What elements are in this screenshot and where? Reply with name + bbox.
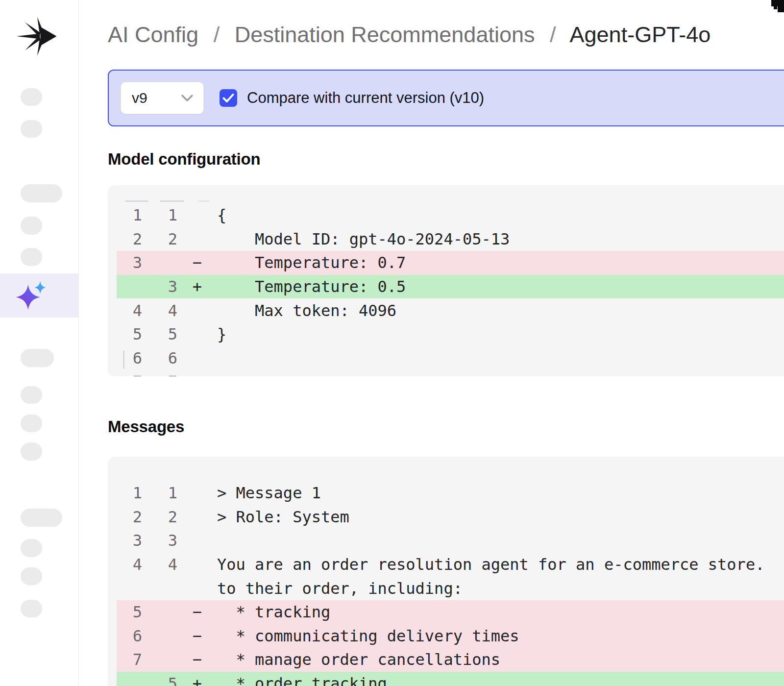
diff-row: to their order, including: xyxy=(117,576,784,600)
code-text: > Role: System xyxy=(217,508,349,526)
sidebar-skeleton-item xyxy=(21,217,42,235)
old-line-number: 6 xyxy=(117,349,142,368)
compare-checkbox-label: Compare with current version (v10) xyxy=(247,89,484,107)
diff-sign: − xyxy=(177,603,217,621)
new-line-number: 1 xyxy=(142,484,177,502)
code-text: Model ID: gpt-4o-2024-05-13 xyxy=(217,230,510,248)
new-line-number: 3 xyxy=(142,277,177,296)
new-line-number: 4 xyxy=(142,301,177,320)
diff-row: 66 xyxy=(117,346,784,370)
old-line-number: 4 xyxy=(117,555,142,574)
code-text: > Message 1 xyxy=(217,484,321,502)
new-line-number: 5 xyxy=(142,325,177,343)
clipped-line-dash xyxy=(160,200,184,202)
sidebar-skeleton-item xyxy=(21,509,62,527)
diff-row: 33 xyxy=(117,529,784,553)
diff-sign: + xyxy=(177,277,217,296)
old-line-number: 7 xyxy=(117,372,142,376)
diff-row: 55} xyxy=(117,322,784,346)
new-line-number: 5 xyxy=(142,674,177,686)
diff-row: 6− * communicating delivery times xyxy=(117,624,784,648)
version-compare-banner: v9 Compare with current version (v10) xyxy=(108,70,784,126)
sidebar-divider xyxy=(78,0,79,686)
diff-row xyxy=(117,191,784,203)
sidebar-skeleton-item xyxy=(21,386,42,404)
breadcrumb-separator: / xyxy=(214,22,220,47)
compare-checkbox[interactable] xyxy=(220,89,237,107)
sidebar-skeleton-item xyxy=(21,539,42,557)
new-line-number: 2 xyxy=(142,508,177,526)
messages-diff-block: 11> Message 122> Role: System3344You are… xyxy=(108,457,784,686)
sidebar-skeleton-item xyxy=(21,248,42,266)
old-line-number: 7 xyxy=(117,650,142,669)
scrollbar-thumb[interactable] xyxy=(123,350,124,369)
code-text: * tracking xyxy=(217,603,330,621)
diff-row: 11> Message 1 xyxy=(117,481,784,505)
diff-row: 5+ * order tracking xyxy=(117,672,784,686)
sidebar-skeleton-item xyxy=(21,442,42,461)
code-text: * manage order cancellations xyxy=(217,650,500,669)
new-line-number: 3 xyxy=(142,531,177,550)
sidebar-skeleton-item xyxy=(21,88,42,106)
old-line-number: 1 xyxy=(117,206,142,224)
sidebar xyxy=(0,0,78,686)
old-line-number: 3 xyxy=(117,531,142,550)
pixel-corner-top-right xyxy=(771,0,784,6)
old-line-number: 6 xyxy=(117,627,142,645)
code-text: Temperature: 0.5 xyxy=(217,277,406,296)
breadcrumb-separator: / xyxy=(550,22,556,47)
diff-row: 44You are an order resolution agent for … xyxy=(117,553,784,577)
version-select[interactable]: v9 xyxy=(121,82,204,114)
diff-row: 3+ Temperature: 0.5 xyxy=(117,275,784,299)
code-text: to their order, including: xyxy=(217,579,463,598)
breadcrumb-ai-config[interactable]: AI Config xyxy=(108,22,198,47)
breadcrumb-current-variation: Agent-GPT-4o xyxy=(570,22,711,47)
diff-sign: − xyxy=(177,650,217,669)
sidebar-skeleton-item xyxy=(21,184,62,202)
diff-row: 11{ xyxy=(117,203,784,227)
old-line-number: 4 xyxy=(117,301,142,320)
launchdarkly-arrow-icon[interactable] xyxy=(14,14,61,59)
diff-row: 77 xyxy=(117,370,784,376)
old-line-number: 5 xyxy=(117,603,142,621)
sidebar-skeleton-item xyxy=(21,600,42,617)
diff-row: 44 Max token: 4096 xyxy=(117,298,784,322)
old-line-number: 1 xyxy=(117,484,142,502)
code-text: Max token: 4096 xyxy=(217,301,396,320)
model-diff-block: 11{22 Model ID: gpt-4o-2024-05-133− Temp… xyxy=(108,185,784,376)
code-text: { xyxy=(217,206,226,224)
code-text: Temperature: 0.7 xyxy=(217,253,406,272)
code-text: * communicating delivery times xyxy=(217,627,519,645)
breadcrumb-config-name[interactable]: Destination Recommendations xyxy=(235,22,535,47)
code-text: * order tracking xyxy=(217,674,387,686)
version-select-value: v9 xyxy=(132,90,181,106)
diff-sign: + xyxy=(177,674,217,686)
code-text: You are an order resolution agent for an… xyxy=(217,555,764,574)
diff-row: 22 Model ID: gpt-4o-2024-05-13 xyxy=(117,227,784,251)
diff-row: 3− Temperature: 0.7 xyxy=(117,251,784,275)
sidebar-skeleton-item xyxy=(21,349,54,367)
ai-sparkle-icon xyxy=(14,278,49,313)
pixel-corner-top-right xyxy=(778,6,784,12)
clipped-line-dash xyxy=(197,200,209,202)
sidebar-item-ai-configs[interactable] xyxy=(0,273,78,318)
diff-row: 5− * tracking xyxy=(117,600,784,624)
diff-row: 22> Role: System xyxy=(117,505,784,529)
breadcrumb: AI Config / Destination Recommendations … xyxy=(108,22,710,48)
old-line-number: 3 xyxy=(117,253,142,272)
diff-sign: − xyxy=(177,253,217,272)
sidebar-skeleton-item xyxy=(21,415,42,432)
sidebar-skeleton-item xyxy=(21,120,42,138)
pixel-corner-top-right xyxy=(774,6,777,9)
messages-title: Messages xyxy=(108,417,184,436)
new-line-number: 7 xyxy=(142,372,177,376)
diff-sign: − xyxy=(177,627,217,645)
checkmark-icon xyxy=(222,93,234,103)
code-text: } xyxy=(217,325,226,343)
model-configuration-title: Model configuration xyxy=(108,150,261,169)
old-line-number: 5 xyxy=(117,325,142,343)
old-line-number: 2 xyxy=(117,508,142,526)
clipped-line-dash xyxy=(125,200,148,202)
sidebar-skeleton-item xyxy=(21,567,42,585)
new-line-number: 4 xyxy=(142,555,177,574)
